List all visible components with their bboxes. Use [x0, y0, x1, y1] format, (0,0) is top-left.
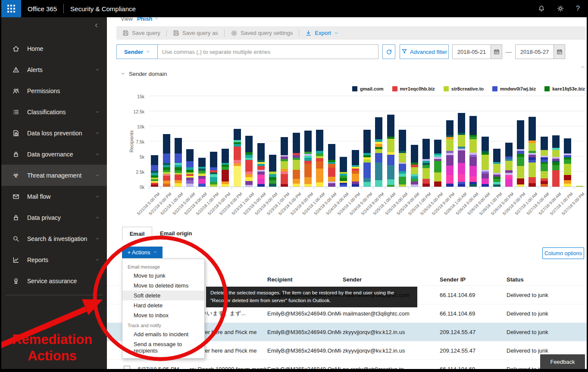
legend-item-str8creative-to: str8creative.to — [444, 86, 484, 91]
chart-bar[interactable] — [269, 155, 276, 187]
sidebar-item-permissions[interactable]: Permissions — [1, 80, 107, 101]
ip-link[interactable]: 66.114.104.69 — [440, 310, 504, 317]
row-checkbox[interactable] — [124, 366, 130, 369]
chart-bar[interactable] — [151, 155, 158, 187]
chart-bar[interactable] — [257, 143, 265, 187]
sidebar-item-service-assurance[interactable]: Service assurance — [1, 270, 107, 291]
subject-link[interactable]: re: Reach 100000 forum members — [190, 366, 266, 369]
chart-bar[interactable] — [434, 140, 441, 187]
calendar-icon[interactable] — [491, 44, 502, 59]
sidebar-item-classifications[interactable]: Classifications — [1, 101, 107, 122]
sidebar-item-mail-flow[interactable]: Mail flow — [1, 186, 107, 207]
chart-bar[interactable] — [234, 129, 241, 187]
sidebar-item-data-privacy[interactable]: Data privacy — [1, 207, 107, 228]
ip-link[interactable]: 66.114.104.69 — [440, 366, 504, 369]
settings-gear-icon[interactable] — [557, 5, 564, 12]
sidebar-item-home[interactable]: Home — [1, 38, 107, 59]
menu-item-send-a-message-to-recipients[interactable]: Send a message to recipients — [122, 339, 204, 356]
column-header-sender[interactable]: Sender — [343, 276, 438, 283]
recipient-link[interactable]: EmilyB@M365x246949.OnMicros... — [267, 310, 341, 317]
chart-bar[interactable] — [517, 120, 524, 187]
chart-bar[interactable] — [163, 134, 170, 187]
chart-bar[interactable] — [505, 143, 513, 187]
ip-link[interactable]: 209.124.55.47 — [440, 347, 504, 354]
ip-link[interactable]: 209.124.55.47 — [440, 329, 504, 335]
sidebar-item-search-investigation[interactable]: Search & investigation — [1, 228, 107, 249]
column-header-status[interactable]: Status — [507, 276, 583, 283]
export-button[interactable]: Export — [305, 30, 338, 36]
chart-bar[interactable] — [564, 138, 571, 187]
refresh-button[interactable] — [382, 44, 395, 59]
tab-email-origin[interactable]: Email origin — [160, 230, 192, 237]
chart-bar[interactable] — [482, 137, 489, 187]
menu-item-move-to-deleted-items[interactable]: Move to deleted items — [122, 281, 204, 291]
filter-value-input[interactable] — [158, 44, 378, 59]
chart-bar[interactable] — [458, 113, 465, 187]
chart-bar[interactable] — [316, 130, 323, 187]
chart-bar[interactable] — [375, 117, 382, 187]
sidebar-item-data-governance[interactable]: Data governance — [1, 144, 107, 165]
menu-item-move-to-inbox[interactable]: Move to inbox — [122, 310, 204, 320]
chart-bar[interactable] — [422, 139, 430, 187]
sidebar-item-alerts[interactable]: Alerts — [1, 59, 107, 80]
chart-bar[interactable] — [387, 115, 394, 187]
actions-button[interactable]: + Actions — [122, 247, 163, 258]
chart-bar[interactable] — [493, 149, 500, 187]
calendar-icon[interactable] — [554, 44, 565, 59]
sidebar-collapse-chevron-icon[interactable] — [94, 22, 99, 30]
notifications-bell-icon[interactable] — [538, 5, 545, 12]
brand-office365[interactable]: Office 365 — [28, 5, 57, 13]
sender-domain-section-header[interactable]: Sender domain — [121, 71, 167, 77]
column-header-recipient[interactable]: Recipient — [267, 276, 341, 283]
chart-bar[interactable] — [469, 116, 477, 187]
saved-query-settings-button[interactable]: Saved query settings — [231, 30, 293, 37]
menu-item-move-to-junk[interactable]: Move to junk — [122, 271, 204, 281]
menu-item-hard-delete[interactable]: Hard delete — [122, 300, 204, 310]
filter-field-selector[interactable]: Sender — [116, 44, 158, 59]
column-header-ip[interactable]: Sender IP — [440, 276, 504, 283]
chart-bar[interactable] — [328, 144, 335, 187]
menu-item-soft-delete[interactable]: Soft delete — [122, 291, 204, 300]
ip-link[interactable]: 66.114.104.69 — [440, 292, 504, 298]
chart-bar[interactable] — [446, 120, 454, 187]
chart-bar[interactable] — [210, 152, 217, 187]
chart-bar[interactable] — [529, 117, 536, 187]
chart-bar[interactable] — [281, 137, 288, 187]
chart-bar[interactable] — [352, 150, 359, 187]
date-to-field[interactable]: 2018-05-27 — [515, 44, 554, 59]
help-icon[interactable]: ? — [576, 5, 580, 13]
chart-bar[interactable] — [293, 133, 300, 187]
tab-email[interactable]: Email — [122, 227, 152, 241]
chart-bar[interactable] — [198, 158, 206, 187]
menu-item-add-emails-to-incident[interactable]: Add emails to incident — [122, 329, 204, 339]
chart-bar[interactable] — [304, 131, 312, 187]
advanced-filter-button[interactable]: Advanced filter — [400, 44, 449, 59]
chevron-up-icon[interactable] — [580, 64, 585, 72]
recipient-link[interactable]: EmilyB@M365x246949.OnMicros... — [267, 347, 341, 354]
chart-bar[interactable] — [411, 145, 418, 187]
chart-bar[interactable] — [541, 137, 548, 187]
recipient-link[interactable]: EmilyB@M365x246949.OnMicros... — [267, 366, 341, 369]
save-query-as-button[interactable]: Save query as — [173, 30, 218, 36]
bar-segment — [517, 184, 524, 187]
sidebar-item-data-loss-prevention[interactable]: Data loss prevention — [1, 122, 107, 144]
column-options-button[interactable]: Column options — [542, 247, 584, 259]
chart-bar[interactable] — [340, 157, 347, 187]
chart-bar[interactable] — [399, 130, 406, 187]
app-launcher-icon[interactable] — [1, 0, 21, 17]
recipient-link[interactable]: EmilyB@M365x246949.OnMicros... — [267, 329, 341, 335]
bar-segment — [422, 179, 430, 184]
chart-bar[interactable] — [576, 186, 583, 187]
table-row[interactable]: 5/27/18 5:05 PMre: Reach 100000 forum me… — [107, 359, 587, 369]
sidebar-item-reports[interactable]: Reports — [1, 249, 107, 270]
date-from-field[interactable]: 2018-05-21 — [452, 44, 491, 59]
chart-bar[interactable] — [222, 149, 229, 187]
chart-bar[interactable] — [552, 135, 560, 187]
chart-bar[interactable] — [245, 136, 253, 187]
chart-bar[interactable] — [363, 130, 371, 187]
chart-bar[interactable] — [186, 149, 194, 187]
sidebar-item-threat-management[interactable]: ☣Threat management — [1, 165, 107, 186]
chart-bar[interactable] — [175, 138, 182, 187]
feedback-button[interactable]: Feedback — [540, 354, 585, 369]
save-query-button[interactable]: Save query — [122, 30, 160, 36]
